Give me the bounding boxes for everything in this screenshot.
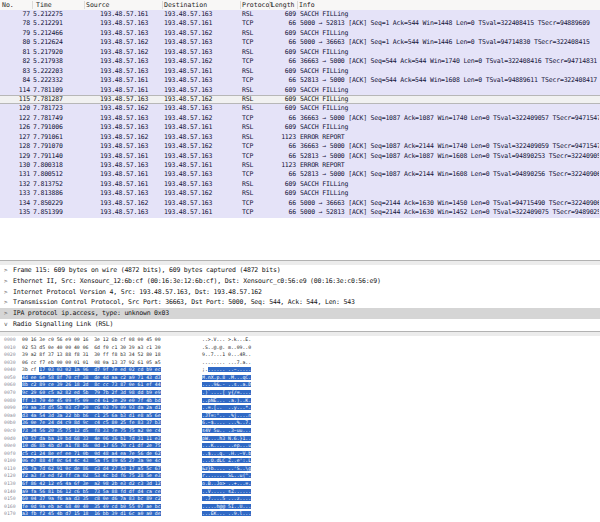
packet-row[interactable]: 795.212466193.48.57.163193.48.57.162RSL6… [0,29,600,38]
hex-ascii-selected[interactable]: ....9&.- ..s..a.D [202,382,251,387]
column-header-source[interactable]: Source [86,0,109,10]
hex-ascii[interactable]: .JT=:".. .%j....n [202,412,251,420]
packet-row[interactable]: 815.217920193.48.57.162193.48.57.163RSL6… [0,48,600,57]
hex-row[interactable]: 00709c 29 60 c5 a2 82 ed 5b 79 7b 2f 3d … [0,389,600,397]
chevron-right-icon[interactable]: > [4,265,7,276]
packet-row[interactable]: 1207.781723193.48.57.162193.48.57.163RSL… [0,104,600,113]
packet-row[interactable]: 1317.800512193.48.57.161193.48.57.163TCP… [0,170,600,179]
hex-ascii-selected[interactable]: ..pNE... .a.)..K. [202,398,251,403]
hex-ascii[interactable]: 9..7...1 0...4R.. [202,351,251,359]
hex-bytes-selected[interactable]: 8b c2 89 ce 39 26 18 2d 8c cc 73 87 0e 6… [22,382,161,387]
column-header-time[interactable]: Time [36,0,52,10]
hex-bytes-selected[interactable]: 6f 86 42 12 e5 4a 6f 3e a2 98 2b e3 d2 c… [22,481,161,486]
hex-bytes[interactable]: 3b cf 17 03 03 02 1a 96 d7 9f 7e ed 02 c… [22,366,161,374]
column-header-info[interactable]: Info [299,0,315,10]
hex-bytes[interactable]: 4d ee 6e 58 8f 70 cf 38 de 4d aa c2 a9 7… [22,374,161,382]
hex-ascii-selected[interactable]: ..V..... sZ...... [202,489,251,494]
column-separator[interactable] [84,1,85,9]
tree-item-rsl[interactable]: vRadio Signalling Link (RSL) [0,319,600,330]
packet-row[interactable]: 835.222203193.48.57.163193.48.57.161RSL6… [0,67,600,76]
hex-row[interactable]: 00403b cf 17 03 03 02 1a 96 d7 9f 7e ed … [0,366,600,374]
hex-bytes[interactable]: d3 4a 54 3d 3a 22 bb b6 c1 25 6a b3 d1 e… [22,412,161,420]
hex-ascii[interactable]: o.B..Jo> ..+...=. [202,480,251,488]
hex-bytes-selected[interactable]: 73 34 56 20 35 75 12 d5 f8 33 7e 75 75 a… [22,428,161,433]
chevron-right-icon[interactable]: > [4,287,7,298]
hex-ascii[interactable]: pW....h3 N.6.}1.. [202,435,251,443]
column-separator[interactable] [240,1,241,9]
column-header-no[interactable]: No. [2,0,14,10]
hex-ascii[interactable]: ..V..... sZ...... [202,488,251,496]
packet-row[interactable]: 1287.791070193.48.57.163193.48.57.162TCP… [0,142,600,151]
hex-row[interactable]: 00b036 0e 7e 24 d4 c9 8d 9c c4 c5 80 25 … [0,419,600,427]
hex-row[interactable]: 0080ff 13 70 4e 45 09 f5 09 c4 61 2e 29 … [0,397,600,405]
hex-bytes-selected[interactable]: fe 0d 9a eb ac 68 40 40 35 49 cd b0 55 0… [22,504,161,509]
packet-row[interactable]: 1327.813752193.48.57.161193.48.57.163RSL… [0,180,600,189]
hex-ascii[interactable]: ...O.dLC Z..e':.L [202,457,251,465]
hex-ascii-selected[interactable]: ..=.[.. ..y...*. [202,405,251,410]
chevron-right-icon[interactable]: > [4,297,7,308]
hex-bytes-selected[interactable]: 06 e7 88 4f 0c 64 4c 43 5a f5 89 65 27 3… [22,458,161,463]
hex-ascii-selected[interactable]: ...K.... ..ep...u [202,443,251,448]
hex-ascii-selected[interactable]: ...O.dLC Z..e':.L [202,458,251,463]
hex-bytes-selected[interactable]: 70 57 da ba 19 bd 68 33 4e 06 36 b1 7d 3… [22,436,161,441]
packet-row[interactable]: 1337.813886193.48.57.163193.48.57.162RSL… [0,189,600,198]
column-separator[interactable] [32,1,33,9]
packet-row[interactable]: 1307.800318193.48.57.163193.48.57.161RSL… [0,161,600,170]
hex-ascii[interactable]: .....h@@ 5I..U... [202,503,251,511]
hex-bytes-selected[interactable]: 10 d6 8b 4b d7 a1 f8 b6 0d 17 65 70 c1 d… [22,443,161,448]
packet-row[interactable]: 1357.851399193.48.57.163193.48.57.161TCP… [0,208,600,217]
hex-bytes-selected[interactable]: 72 a3 f3 ed f2 ff ca 02 53 4c bd f6 75 2… [22,473,161,478]
hex-bytes[interactable]: a9 fa 56 81 b6 12 c6 b5 73 5a 88 fd df d… [22,488,161,496]
packet-row[interactable]: 775.212275193.48.57.161193.48.57.163RSL6… [0,10,600,19]
hex-ascii[interactable]: ....9&.- ..s..a.D [202,381,251,389]
chevron-right-icon[interactable]: > [4,276,7,287]
hex-bytes[interactable]: 10 d6 8b 4b d7 a1 f8 b6 0d 17 65 70 c1 d… [22,442,161,450]
hex-ascii-selected[interactable]: `.7....5 ...z.... [202,496,251,501]
tree-item-frame[interactable]: >Frame 115: 609 bytes on wire (4872 bits… [0,265,600,276]
hex-bytes-selected[interactable]: 36 0e 7e 24 d4 c9 8d 9c c4 c5 80 25 fe 8… [22,420,161,425]
hex-row[interactable]: 015060 04 37 9a f6 aa d3 35 c8 0e d6 7a … [0,495,600,503]
hex-row[interactable]: 00e010 d6 8b 4b d7 a1 f8 b6 0d 17 65 70 … [0,442,600,450]
hex-bytes-selected[interactable]: 60 04 37 9a f6 aa d3 35 c8 0e d6 7a 83 b… [22,496,161,501]
column-separator[interactable] [162,1,163,9]
hex-bytes[interactable]: ff 13 70 4e 45 09 f5 09 c4 61 2e 29 e0 7… [22,397,161,405]
packet-row[interactable]: 1267.791006193.48.57.163193.48.57.161RSL… [0,123,600,132]
hex-row[interactable]: 0170a3 fb f2 45 4b d7 15 18 16 bb 39 d1 … [0,510,600,518]
hex-row[interactable]: 0090e9 aa 3d d5 5b 03 c7 20 c6 03 79 09 … [0,404,600,412]
hex-ascii-selected[interactable]: r....... SL..u(^. [202,473,251,478]
hex-bytes[interactable]: a3 fb f2 45 4b d7 15 18 16 bb 39 d1 6c a… [22,510,161,518]
hex-bytes[interactable]: fe 0d 9a eb ac 68 40 40 35 49 cd b0 55 0… [22,503,161,511]
hex-ascii-selected[interactable]: .JT=:".. .%j....n [202,413,251,418]
column-separator[interactable] [297,1,298,9]
hex-row[interactable]: 00c073 34 56 20 35 75 12 d5 f8 33 7e 75 … [0,427,600,435]
tree-item-tcp[interactable]: >Transmission Control Protocol, Src Port… [0,297,600,308]
column-header-destination[interactable]: Destination [164,0,207,10]
hex-bytes-selected[interactable]: d3 4a 54 3d 3a 22 bb b6 c1 25 6a b3 d1 e… [22,413,161,418]
hex-ascii-selected[interactable]: M.nX.p.8 .M...qC. [202,375,251,380]
hex-bytes-selected[interactable]: 4d ee 6e 58 8f 70 cf 38 de 4d aa c2 a9 7… [22,375,161,380]
hex-bytes[interactable]: e9 aa 3d d5 5b 03 c7 20 c6 03 79 09 93 d… [22,404,161,412]
hex-ascii[interactable]: r....... SL..u(^. [202,472,251,480]
hex-bytes[interactable]: 70 57 da ba 19 bd 68 33 4e 06 36 b1 7d 3… [22,435,161,443]
hex-row[interactable]: 00d070 57 da ba 19 bd 68 33 4e 06 36 b1 … [0,435,600,443]
packet-row[interactable]: 1277.791061193.48.57.162193.48.57.163RSL… [0,133,600,142]
hex-row[interactable]: 00504d ee 6e 58 8f 70 cf 38 de 4d aa c2 … [0,374,600,382]
hex-bytes-selected[interactable]: a9 fa 56 81 b6 12 c6 b5 73 5a 88 fd df d… [22,489,161,494]
hex-bytes-selected[interactable]: 9c 29 60 c5 a2 82 ed 5b 79 7b 2f 3d 98 d… [22,390,161,395]
packet-row[interactable]: 1227.781749193.48.57.163193.48.57.162TCP… [0,114,600,123]
hex-ascii[interactable]: .S..@.@. m..09..0 [202,344,251,352]
hex-bytes[interactable]: 06 cc f7 eb 00 00 01 01 08 0a 13 37 92 6… [22,359,161,367]
hex-bytes[interactable]: 6f 86 42 12 e5 4a 6f 3e a2 98 2b e3 d2 c… [22,480,161,488]
packet-row[interactable]: 1297.791140193.48.57.161193.48.57.163TCP… [0,152,600,161]
hex-ascii-selected[interactable]: pW....h3 N.6.}1.. [202,436,251,441]
chevron-down-icon[interactable]: v [4,319,7,330]
hex-ascii-selected[interactable]: ..$...q. .H..~V.b [202,451,251,456]
packet-row[interactable]: 1157.781287193.48.57.163193.48.57.162RSL… [0,95,600,104]
hex-ascii[interactable]: `.7....5 ...z.... [202,495,251,503]
packet-row[interactable]: 785.212291193.48.57.163193.48.57.161TCP6… [0,19,600,28]
packet-row[interactable]: 1347.850229193.48.57.162193.48.57.163TCP… [0,199,600,208]
hex-ascii-selected[interactable]: &z}b.... ..'S..\g [202,466,251,471]
hex-row[interactable]: 00a0d3 4a 54 3d 3a 22 bb b6 c1 25 6a b3 … [0,412,600,420]
hex-row[interactable]: 012072 a3 f3 ed f2 ff ca 02 53 4c bd f6 … [0,472,600,480]
hex-ascii[interactable]: ..=.[.. ..y...*. [202,404,251,412]
